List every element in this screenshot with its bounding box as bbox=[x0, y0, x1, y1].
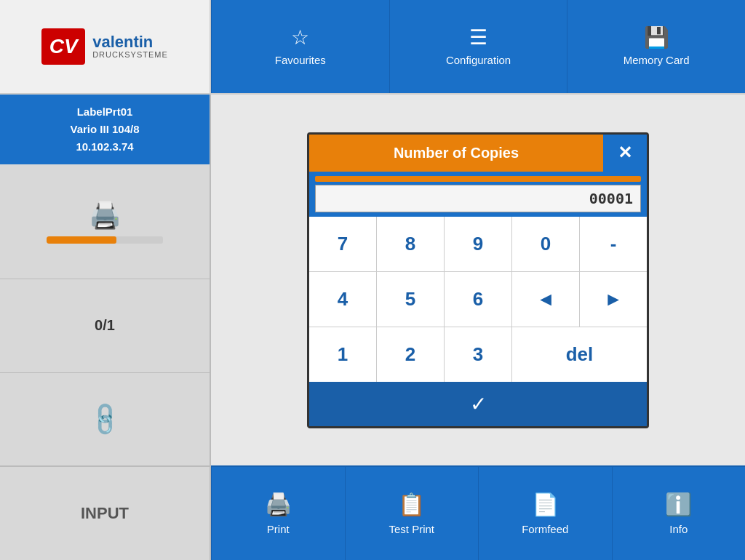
nav-buttons: ☆ Favourites ☰ Configuration 💾 Memory Ca… bbox=[211, 0, 745, 93]
dialog-input-field[interactable]: 00001 bbox=[315, 185, 641, 212]
key-del[interactable]: del bbox=[512, 327, 647, 382]
tape-icon: 🖨️ bbox=[89, 200, 121, 231]
info-label: Info bbox=[669, 523, 688, 535]
key-1[interactable]: 1 bbox=[309, 327, 376, 382]
device-model: Vario III 104/8 bbox=[9, 121, 201, 138]
favourites-label: Favourites bbox=[275, 54, 326, 66]
info-icon: ℹ️ bbox=[665, 492, 692, 517]
print-button[interactable]: 🖨️ Print bbox=[211, 465, 345, 560]
test-print-icon: 📋 bbox=[398, 492, 425, 517]
key-8[interactable]: 8 bbox=[377, 217, 444, 271]
tape-bar bbox=[47, 236, 163, 244]
key-4[interactable]: 4 bbox=[309, 272, 376, 327]
configuration-button[interactable]: ☰ Configuration bbox=[389, 0, 567, 93]
input-label: INPUT bbox=[0, 465, 211, 560]
link-section: 🔗 bbox=[0, 373, 210, 465]
key-9[interactable]: 9 bbox=[445, 217, 511, 271]
checkmark-icon: ✓ bbox=[470, 392, 487, 416]
dialog-keypad: 7 8 9 0 - 4 5 6 ◄ ► 1 2 3 del bbox=[309, 217, 647, 382]
memory-card-button[interactable]: 💾 Memory Card bbox=[567, 0, 745, 93]
bottom-buttons: 🖨️ Print 📋 Test Print 📄 Formfeed ℹ️ Info bbox=[211, 465, 745, 560]
key-3[interactable]: 3 bbox=[445, 327, 511, 382]
counter-value: 0/1 bbox=[95, 317, 115, 334]
test-print-label: Test Print bbox=[389, 523, 434, 535]
print-label: Print bbox=[267, 523, 290, 535]
list-icon: ☰ bbox=[469, 28, 487, 48]
number-of-copies-dialog: Number of Copies ✕ 00001 7 8 9 0 - bbox=[307, 132, 649, 428]
dialog-input-area: 00001 bbox=[309, 172, 647, 217]
device-info: LabelPrt01 Vario III 104/8 10.102.3.74 bbox=[0, 95, 210, 164]
formfeed-button[interactable]: 📄 Formfeed bbox=[478, 465, 612, 560]
formfeed-label: Formfeed bbox=[522, 523, 568, 535]
content-area: Number of Copies ✕ 00001 7 8 9 0 - bbox=[211, 95, 745, 465]
dialog-confirm-button[interactable]: ✓ bbox=[309, 382, 647, 426]
key-6[interactable]: 6 bbox=[445, 272, 511, 327]
tape-section: 🖨️ bbox=[0, 164, 210, 279]
tape-fill bbox=[47, 236, 116, 244]
print-icon: 🖨️ bbox=[265, 492, 292, 517]
key-left-arrow[interactable]: ◄ bbox=[512, 272, 579, 327]
key-2[interactable]: 2 bbox=[377, 327, 444, 382]
dialog-input-bar bbox=[315, 176, 641, 182]
link-icon: 🔗 bbox=[84, 399, 124, 439]
dialog-close-button[interactable]: ✕ bbox=[603, 135, 647, 172]
cv-logo: CV bbox=[41, 28, 85, 65]
counter-section: 0/1 bbox=[0, 279, 210, 372]
dialog-title: Number of Copies bbox=[309, 135, 603, 172]
key-right-arrow[interactable]: ► bbox=[580, 272, 647, 327]
key-5[interactable]: 5 bbox=[377, 272, 444, 327]
sidebar: LabelPrt01 Vario III 104/8 10.102.3.74 🖨… bbox=[0, 95, 211, 465]
logo-area: CV valentin DRUCKSYSTEME bbox=[0, 0, 211, 93]
star-icon: ☆ bbox=[291, 28, 309, 48]
key-7[interactable]: 7 bbox=[309, 217, 376, 271]
key-minus[interactable]: - bbox=[580, 217, 647, 271]
favourites-button[interactable]: ☆ Favourites bbox=[211, 0, 389, 93]
dialog-header: Number of Copies ✕ bbox=[309, 135, 647, 172]
info-button[interactable]: ℹ️ Info bbox=[612, 465, 746, 560]
bottom-bar: INPUT 🖨️ Print 📋 Test Print 📄 Formfeed ℹ… bbox=[0, 465, 745, 560]
device-name: LabelPrt01 bbox=[9, 103, 201, 121]
save-icon: 💾 bbox=[644, 28, 669, 48]
device-ip: 10.102.3.74 bbox=[9, 138, 201, 156]
memory-card-label: Memory Card bbox=[624, 54, 690, 66]
configuration-label: Configuration bbox=[446, 54, 511, 66]
formfeed-icon: 📄 bbox=[532, 492, 559, 517]
dialog-overlay: Number of Copies ✕ 00001 7 8 9 0 - bbox=[211, 95, 745, 465]
key-0[interactable]: 0 bbox=[512, 217, 579, 271]
brand-text: valentin DRUCKSYSTEME bbox=[92, 34, 168, 59]
test-print-button[interactable]: 📋 Test Print bbox=[345, 465, 479, 560]
